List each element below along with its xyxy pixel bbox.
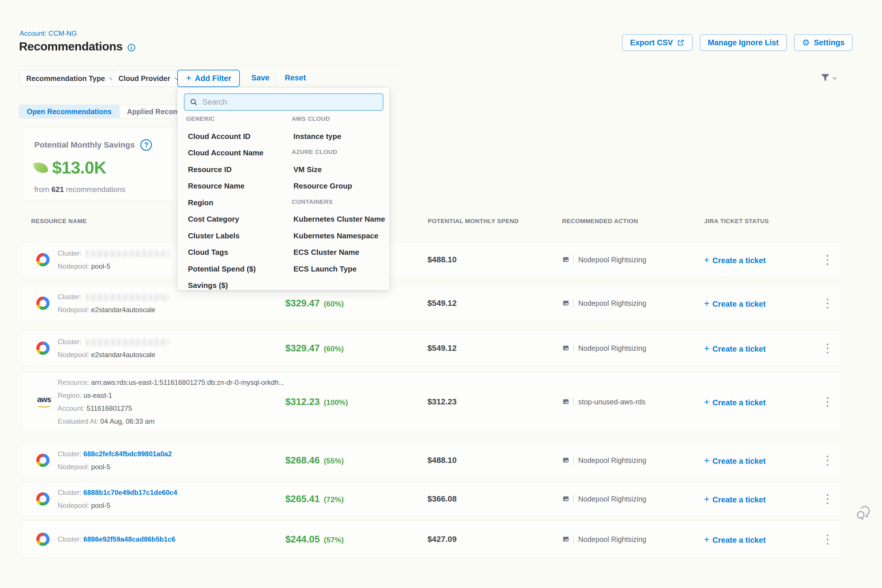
row-menu-kebab[interactable]: ⋮: [822, 343, 834, 353]
filter-option[interactable]: Potential Spend ($): [186, 265, 256, 273]
table-row[interactable]: Cluster: 688c2fefc84fbdc99801a0a2Nodepoo…: [22, 443, 840, 477]
cluster-link[interactable]: 688c2fefc84fbdc99801a0a2: [83, 450, 172, 458]
resource-value: pool-5: [91, 262, 110, 270]
resource-line: Account: 511616801275: [58, 404, 285, 412]
recommendation-type-icon: [562, 535, 574, 544]
table-row[interactable]: Cluster: Nodepool: e2standar4autoscale $…: [22, 330, 840, 366]
recommended-action-label: Nodepool Rightsizing: [578, 344, 646, 352]
cluster-link[interactable]: 6888b1c70e49db17c1de60c4: [83, 489, 177, 496]
table-row[interactable]: Cluster: 6888b1c70e49db17c1de60c4Nodepoo…: [22, 482, 840, 516]
redacted-text: [86, 250, 169, 257]
cloud-provider-filter[interactable]: Cloud Provider: [112, 70, 185, 87]
leaf-icon: [33, 160, 48, 175]
resource-name-cell: Cluster: 688c2fefc84fbdc99801a0a2Nodepoo…: [58, 450, 172, 471]
save-filter-button[interactable]: Save: [251, 74, 270, 82]
settings-button[interactable]: ⚙ Settings: [794, 34, 853, 51]
filter-option[interactable]: Cluster Labels: [186, 231, 240, 240]
filter-option[interactable]: Cloud Tags: [186, 248, 228, 257]
gear-icon: ⚙: [802, 38, 810, 47]
redacted-text: [86, 294, 169, 301]
settings-label: Settings: [814, 38, 844, 47]
filter-option[interactable]: Kubernetes Cluster Name: [292, 215, 385, 224]
info-icon[interactable]: [127, 43, 136, 52]
plus-icon: +: [704, 298, 710, 309]
recommendation-type-icon: [562, 299, 574, 308]
filter-option[interactable]: ECS Launch Type: [292, 265, 357, 273]
row-menu-kebab[interactable]: ⋮: [822, 455, 834, 465]
support-chat-button[interactable]: [855, 505, 871, 522]
chevron-down-icon: [832, 75, 837, 80]
create-ticket-button[interactable]: + Create a ticket: [704, 396, 765, 408]
page-title: Recommendations: [19, 40, 123, 53]
filter-option[interactable]: ECS Cluster Name: [292, 248, 359, 257]
add-filter-button[interactable]: + Add Filter: [177, 70, 240, 87]
aws-icon: aws: [36, 396, 52, 408]
cluster-link[interactable]: 6886e92f59a48cad86b5b1c6: [83, 535, 175, 543]
filter-option[interactable]: Instance type: [292, 132, 341, 141]
resource-name-cell: Cluster: Nodepool: e2standar4autoscale: [58, 293, 169, 314]
recommended-action-cell: Nodepool Rightsizing: [562, 344, 646, 352]
table-row[interactable]: Cluster: 6886e92f59a48cad86b5b1c6 $244.0…: [22, 520, 840, 558]
filter-option[interactable]: Kubernetes Namespace: [292, 231, 378, 240]
resource-line: Nodepool: e2standar4autoscale: [58, 351, 169, 359]
filter-option[interactable]: Resource ID: [186, 165, 232, 174]
help-icon[interactable]: ?: [140, 139, 152, 151]
row-menu-kebab[interactable]: ⋮: [822, 494, 834, 504]
tab-open-recommendations[interactable]: Open Recommendations: [19, 105, 119, 118]
recommendation-type-filter[interactable]: Recommendation Type: [20, 70, 120, 87]
recommendations-page: Account: CCM-NG Recommendations Export C…: [0, 0, 882, 588]
recommended-action-cell: Nodepool Rightsizing: [562, 535, 646, 544]
table-row[interactable]: aws Resource: arn:aws:rds:us-east-1:5116…: [22, 372, 840, 432]
create-ticket-button[interactable]: + Create a ticket: [704, 254, 765, 266]
filter-option[interactable]: VM Size: [292, 165, 322, 174]
savings-card-label: Potential Monthly Savings: [34, 140, 135, 150]
manage-ignore-list-button[interactable]: Manage Ignore List: [700, 34, 787, 51]
create-ticket-button[interactable]: + Create a ticket: [704, 494, 765, 505]
header-actions: Export CSV Manage Ignore List ⚙ Settings: [622, 34, 853, 51]
recommendation-type-label: Recommendation Type: [26, 74, 105, 83]
row-menu-kebab[interactable]: ⋮: [822, 534, 834, 544]
resource-name-cell: Cluster: Nodepool: pool-5: [58, 249, 169, 270]
filter-option[interactable]: Region: [186, 198, 213, 207]
column-header-resource-name: RESOURCE NAME: [31, 218, 87, 225]
recommended-action-label: Nodepool Rightsizing: [578, 456, 646, 465]
dropdown-section-heading: AZURE CLOUD: [292, 148, 337, 155]
table-row[interactable]: Cluster: Nodepool: pool-5 $488.10 Nodepo…: [22, 242, 840, 277]
gcp-icon: [36, 454, 50, 467]
resource-line: Cluster:: [58, 338, 169, 346]
row-menu-kebab[interactable]: ⋮: [822, 397, 834, 407]
create-ticket-button[interactable]: + Create a ticket: [704, 298, 765, 309]
filter-option[interactable]: Cost Category: [186, 215, 239, 224]
gcp-icon: [36, 492, 50, 506]
column-header-recommended-action: RECOMMENDED ACTION: [562, 218, 638, 225]
row-menu-kebab[interactable]: ⋮: [822, 255, 834, 265]
filter-option[interactable]: Savings ($): [186, 281, 228, 290]
resource-line: Region: us-east-1: [58, 392, 285, 399]
recommendation-type-icon: [562, 398, 574, 406]
recommended-action-cell: Nodepool Rightsizing: [562, 495, 646, 503]
export-csv-button[interactable]: Export CSV: [622, 34, 693, 51]
filter-option[interactable]: Resource Name: [186, 182, 245, 190]
filter-option[interactable]: Cloud Account Name: [186, 148, 264, 158]
filter-option[interactable]: Resource Group: [292, 182, 352, 190]
create-ticket-button[interactable]: + Create a ticket: [704, 534, 765, 545]
filter-option[interactable]: Cloud Account ID: [186, 132, 250, 141]
account-breadcrumb-link[interactable]: Account: CCM-NG: [20, 29, 77, 38]
create-ticket-button[interactable]: + Create a ticket: [704, 455, 765, 466]
create-ticket-button[interactable]: + Create a ticket: [704, 343, 765, 354]
potential-monthly-spend-value: $366.08: [428, 494, 457, 504]
reset-filter-button[interactable]: Reset: [285, 74, 306, 82]
resource-value: pool-5: [91, 501, 110, 509]
resource-line: Nodepool: pool-5: [58, 463, 172, 471]
row-menu-kebab[interactable]: ⋮: [822, 298, 834, 308]
dropdown-search-box: [184, 93, 383, 111]
recommendation-type-icon: [562, 255, 574, 264]
dropdown-search-input[interactable]: [202, 98, 378, 106]
recommendation-type-icon: [562, 495, 574, 503]
recommendations-tabs: Open Recommendations Applied Recommendat…: [19, 105, 192, 118]
table-row[interactable]: Cluster: Nodepool: e2standar4autoscale $…: [22, 285, 840, 321]
resource-line: Evaluated At: 04 Aug, 06:33 am: [58, 417, 285, 425]
potential-monthly-spend-value: $549.12: [428, 344, 457, 353]
filter-panel-toggle[interactable]: [819, 72, 836, 84]
header-divider: [20, 66, 399, 66]
